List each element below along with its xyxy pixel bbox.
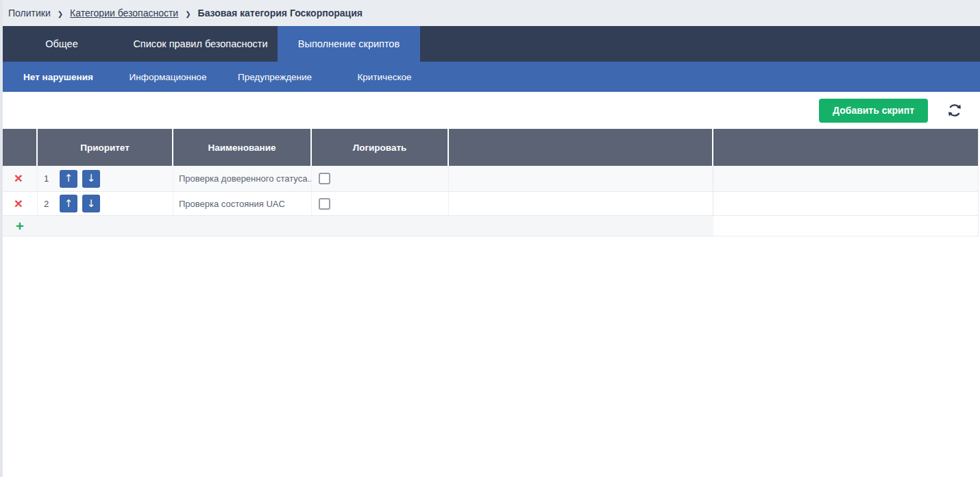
header-empty: [713, 129, 978, 166]
delete-row-icon[interactable]: ×: [14, 196, 23, 210]
add-row-cell[interactable]: +: [0, 216, 713, 236]
header-log: Логировать: [312, 129, 449, 166]
move-up-button[interactable]: ↑: [60, 170, 77, 188]
header-priority: Приоритет: [38, 129, 173, 166]
breadcrumb-item-policies[interactable]: Политики: [8, 8, 51, 19]
breadcrumb: Политики ❯ Категории безопасности ❯ Базо…: [0, 0, 980, 26]
chevron-right-icon: ❯: [185, 10, 191, 18]
move-down-button[interactable]: ↓: [82, 195, 100, 212]
move-down-button[interactable]: ↓: [82, 170, 100, 188]
breadcrumb-item-current-category: Базовая категория Госкорпорация: [198, 8, 363, 19]
tab-script-execution[interactable]: Выполнение скриптов: [278, 26, 420, 62]
refresh-button[interactable]: [944, 100, 965, 121]
priority-value: 1: [44, 173, 53, 184]
script-name[interactable]: Проверка доверенного статуса...: [173, 166, 312, 191]
script-name[interactable]: Проверка состояния UAC: [173, 192, 312, 215]
left-gutter: [0, 0, 3, 477]
severity-tab-bar: Нет нарушения Информационное Предупрежде…: [0, 62, 980, 92]
breadcrumb-item-security-categories[interactable]: Категории безопасности: [70, 8, 178, 19]
move-up-button[interactable]: ↑: [60, 195, 77, 212]
add-row-spacer: [713, 216, 978, 236]
subtab-warning[interactable]: Предупреждение: [219, 62, 330, 92]
header-name: Наименование: [173, 129, 312, 166]
tab-bar: Общее Список правил безопасности Выполне…: [0, 26, 980, 62]
subtab-no-violation[interactable]: Нет нарушения: [0, 62, 117, 92]
subtab-critical[interactable]: Критическое: [330, 62, 439, 92]
header-empty: [449, 129, 713, 166]
table-row: × 1 ↑ ↓ Проверка доверенного статуса...: [0, 166, 978, 192]
chevron-right-icon: ❯: [58, 10, 63, 18]
tab-general[interactable]: Общее: [0, 26, 123, 62]
delete-row-icon[interactable]: ×: [14, 171, 23, 185]
tab-security-rules-list[interactable]: Список правил безопасности: [123, 26, 278, 62]
log-checkbox[interactable]: [319, 198, 330, 210]
priority-value: 2: [44, 199, 53, 209]
add-script-button[interactable]: Добавить скрипт: [819, 99, 928, 123]
scripts-table: Приоритет Наименование Логировать × 1 ↑ …: [0, 129, 979, 236]
log-checkbox[interactable]: [319, 173, 330, 184]
header-actions: [0, 129, 38, 166]
toolbar: Добавить скрипт: [0, 92, 980, 129]
refresh-icon: [946, 101, 964, 119]
add-row: +: [0, 216, 978, 236]
table-header-row: Приоритет Наименование Логировать: [0, 129, 978, 166]
table-row: × 2 ↑ ↓ Проверка состояния UAC: [0, 192, 978, 216]
add-row-plus-icon[interactable]: +: [16, 219, 24, 233]
subtab-informational[interactable]: Информационное: [117, 62, 219, 92]
